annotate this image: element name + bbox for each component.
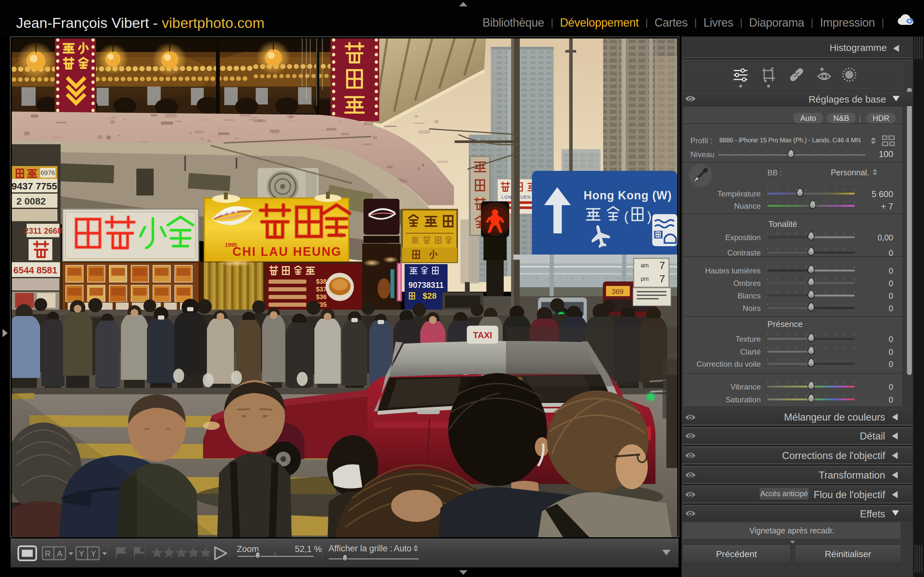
svg-text:A: A <box>57 549 63 558</box>
svg-text:Y: Y <box>91 549 96 558</box>
svg-text:R: R <box>45 549 51 558</box>
svg-text:Y: Y <box>79 549 84 558</box>
